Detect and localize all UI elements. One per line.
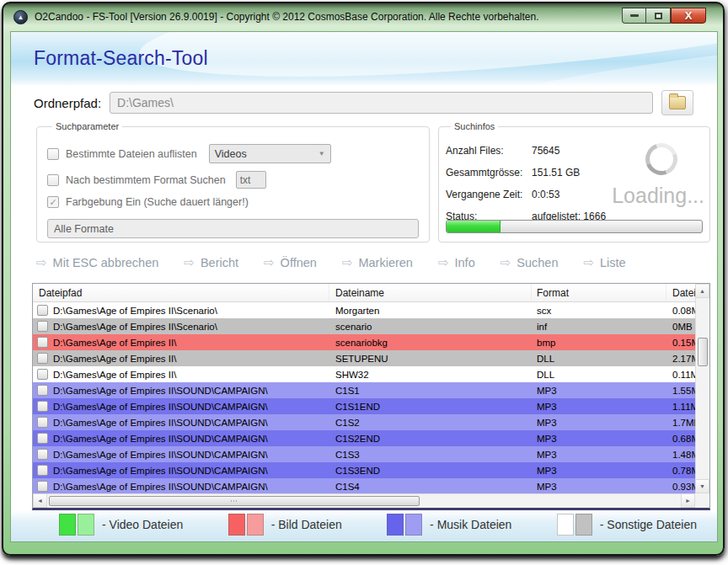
cell-dateipfad: D:\Games\Age of Empires II\ bbox=[51, 338, 329, 348]
client-area: Format-Search-Tool Ordnerpfad: Suchparam… bbox=[10, 31, 718, 542]
toolbar-button-info[interactable]: ⇨Info bbox=[438, 255, 475, 270]
all-formats-input[interactable] bbox=[47, 219, 419, 238]
scroll-left-icon: ◄ bbox=[37, 498, 43, 504]
horizontal-scrollbar[interactable]: ◄ ► bbox=[33, 493, 695, 508]
column-header-dateiname[interactable]: Dateiname bbox=[329, 284, 532, 301]
checkbox-label: Farbgebung Ein (Suche dauert länger!) bbox=[66, 196, 249, 208]
cell-dateigroesse: 1.55MB bbox=[666, 386, 695, 396]
column-header-dateipfad[interactable]: Dateipfad bbox=[33, 284, 329, 301]
title-bar[interactable]: ▲ O2Candoo - FS-Tool [Version 26.9.0019]… bbox=[3, 3, 723, 29]
cell-dateipfad: D:\Games\Age of Empires II\SOUND\CAMPAIG… bbox=[51, 418, 329, 428]
browse-folder-button[interactable] bbox=[661, 90, 693, 115]
table-row[interactable]: D:\Games\Age of Empires II\SOUND\CAMPAIG… bbox=[33, 462, 695, 478]
maximize-button[interactable] bbox=[646, 8, 671, 24]
scroll-right-button[interactable]: ► bbox=[681, 493, 695, 508]
table-row[interactable]: D:\Games\Age of Empires II\SHW32DLL0.11M… bbox=[33, 366, 695, 382]
row-checkbox[interactable] bbox=[37, 321, 48, 332]
row-checkbox[interactable] bbox=[37, 465, 48, 476]
cell-format: MP3 bbox=[532, 434, 666, 444]
info-label: Anzahl Files: bbox=[446, 145, 532, 157]
groups-row: Suchparameter ✓ Bestimmte Dateien auflis… bbox=[11, 120, 717, 248]
suchinfos-legend: Suchinfos bbox=[451, 121, 498, 131]
row-checkbox-cell bbox=[33, 353, 51, 364]
toolbar-button-mit-esc-abbrechen[interactable]: ⇨Mit ESC abbrechen bbox=[36, 255, 158, 270]
row-checkbox-cell bbox=[33, 321, 51, 332]
close-button[interactable]: X bbox=[671, 8, 706, 24]
row-checkbox[interactable] bbox=[37, 305, 48, 316]
checkbox-list-files[interactable]: ✓ bbox=[47, 148, 59, 160]
toolbar: ⇨Mit ESC abbrechen⇨Bericht⇨Öffnen⇨Markie… bbox=[11, 248, 717, 278]
table-row[interactable]: D:\Games\Age of Empires II\Scenario\scen… bbox=[33, 318, 695, 334]
arrow-icon: ⇨ bbox=[438, 255, 449, 270]
app-icon: ▲ bbox=[13, 10, 28, 24]
table-row[interactable]: D:\Games\Age of Empires II\SETUPENUDLL2.… bbox=[33, 350, 695, 366]
arrow-icon: ⇨ bbox=[36, 255, 47, 270]
toolbar-button-label: Liste bbox=[600, 256, 626, 269]
toolbar-button-ffnen[interactable]: ⇨Öffnen bbox=[264, 255, 317, 270]
cell-dateigroesse: 0.15MB bbox=[666, 338, 695, 348]
toolbar-button-suchen[interactable]: ⇨Suchen bbox=[500, 255, 559, 270]
format-input[interactable] bbox=[236, 171, 266, 189]
cell-dateigroesse: 0.93MB bbox=[666, 482, 695, 492]
row-checkbox[interactable] bbox=[37, 433, 48, 444]
cell-format: MP3 bbox=[532, 386, 666, 396]
minimize-button[interactable] bbox=[622, 8, 646, 24]
file-type-dropdown[interactable]: Videos ▼ bbox=[209, 144, 331, 163]
legend-item: - Musik Dateien bbox=[387, 514, 511, 536]
color-legend: - Video Dateien- Bild Dateien- Musik Dat… bbox=[11, 510, 717, 541]
cell-format: MP3 bbox=[532, 466, 666, 476]
toolbar-button-markieren[interactable]: ⇨Markieren bbox=[342, 255, 413, 270]
table-row[interactable]: D:\Games\Age of Empires II\SOUND\CAMPAIG… bbox=[33, 414, 695, 430]
vertical-scroll-thumb[interactable] bbox=[698, 338, 708, 366]
table-row[interactable]: D:\Games\Age of Empires II\SOUND\CAMPAIG… bbox=[33, 446, 695, 462]
cell-dateigroesse: 0MB bbox=[666, 322, 695, 332]
checkbox-coloring[interactable]: ✓ bbox=[47, 196, 59, 208]
row-checkbox[interactable] bbox=[37, 449, 48, 460]
row-checkbox[interactable] bbox=[37, 337, 48, 348]
row-checkbox[interactable] bbox=[37, 481, 48, 492]
folder-path-input[interactable] bbox=[110, 92, 653, 114]
cell-format: DLL bbox=[532, 370, 666, 380]
legend-swatch bbox=[228, 514, 245, 536]
scroll-left-button[interactable]: ◄ bbox=[33, 493, 47, 508]
row-checkbox[interactable] bbox=[37, 385, 48, 396]
scrollbar-corner bbox=[695, 493, 709, 508]
horizontal-scroll-thumb[interactable] bbox=[49, 496, 420, 506]
table-row[interactable]: D:\Games\Age of Empires II\Scenario\Morg… bbox=[33, 302, 695, 318]
legend-swatch bbox=[59, 514, 76, 536]
table-row[interactable]: D:\Games\Age of Empires II\scenariobkgbm… bbox=[33, 334, 695, 350]
info-label: Gesammtgrösse: bbox=[446, 167, 532, 179]
checkbox-label: Bestimmte Dateien auflisten bbox=[66, 148, 197, 160]
row-checkbox-cell bbox=[33, 385, 51, 396]
scroll-up-button[interactable]: ▲ bbox=[695, 284, 709, 298]
table-row[interactable]: D:\Games\Age of Empires II\SOUND\CAMPAIG… bbox=[33, 382, 695, 398]
toolbar-button-bericht[interactable]: ⇨Bericht bbox=[184, 255, 238, 270]
row-checkbox[interactable] bbox=[37, 417, 48, 428]
table-row[interactable]: D:\Games\Age of Empires II\SOUND\CAMPAIG… bbox=[33, 398, 695, 414]
table-row[interactable]: D:\Games\Age of Empires II\SOUND\CAMPAIG… bbox=[33, 430, 695, 446]
cell-dateipfad: D:\Games\Age of Empires II\ bbox=[51, 354, 329, 364]
column-header-dateigroesse[interactable]: Dateigrösse bbox=[666, 284, 695, 301]
row-checkbox[interactable] bbox=[37, 401, 48, 412]
cell-dateipfad: D:\Games\Age of Empires II\ bbox=[51, 370, 329, 380]
legend-item: - Bild Dateien bbox=[228, 514, 342, 536]
arrow-icon: ⇨ bbox=[342, 255, 353, 270]
checkbox-format-search[interactable]: ✓ bbox=[47, 174, 59, 186]
cell-dateiname: C1S3 bbox=[329, 450, 532, 460]
vertical-scrollbar[interactable]: ▲ ▼ bbox=[695, 284, 709, 493]
path-label: Ordnerpfad: bbox=[34, 96, 101, 110]
row-checkbox[interactable] bbox=[37, 353, 48, 364]
cell-dateigroesse: 1.7MB bbox=[666, 418, 695, 428]
scroll-down-button[interactable]: ▼ bbox=[695, 479, 709, 493]
row-checkbox[interactable] bbox=[37, 369, 48, 380]
toolbar-button-liste[interactable]: ⇨Liste bbox=[583, 255, 625, 270]
column-header-format[interactable]: Format bbox=[532, 284, 666, 301]
cell-format: DLL bbox=[532, 354, 666, 364]
row-checkbox-cell bbox=[33, 401, 51, 412]
cell-dateiname: C1S2END bbox=[329, 434, 532, 444]
table-row[interactable]: D:\Games\Age of Empires II\SOUND\CAMPAIG… bbox=[33, 478, 695, 494]
legend-swatch bbox=[575, 514, 592, 536]
header-banner: Format-Search-Tool bbox=[11, 32, 717, 86]
legend-label: - Bild Dateien bbox=[271, 518, 342, 531]
cell-dateipfad: D:\Games\Age of Empires II\SOUND\CAMPAIG… bbox=[51, 466, 329, 476]
